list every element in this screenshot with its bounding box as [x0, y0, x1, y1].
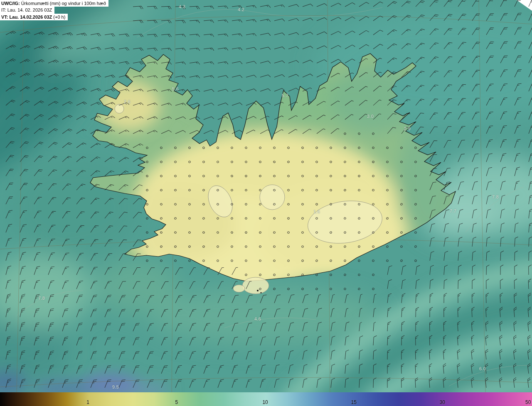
map-title-box: UWC/IG: Úrkomumætti (mm) og vindur i 100… [0, 0, 108, 20]
map-title: Úrkomumætti (mm) og vindur i 100m hæð [20, 1, 106, 6]
colorbar-tick: 50 [525, 399, 531, 405]
colorbar-tick: 10 [262, 399, 268, 405]
colorbar: 1510153050 [0, 392, 532, 406]
weather-map-canvas [0, 0, 532, 392]
colorbar-tick: 30 [440, 399, 445, 405]
colorbar-tick: 1 [86, 399, 89, 405]
valid-time: VT: Lau. 14.02.2026 03Z [1, 15, 52, 20]
weather-map-stage: 4.34.25.62.65.73.02.97.87.71.67.84.66.09… [0, 0, 532, 406]
model-label: UWC/IG: [1, 1, 20, 6]
valid-time-offset: (+0 h) [52, 15, 65, 20]
title-line: UWC/IG: Úrkomumætti (mm) og vindur i 100… [0, 0, 108, 7]
colorbar-ticks: 1510153050 [0, 392, 532, 406]
init-time: IT: Lau. 14. 02. 2026 03Z [0, 7, 54, 13]
colorbar-tick: 5 [175, 399, 178, 405]
valid-time-line: VT: Lau. 14.02.2026 03Z (+0 h) [0, 14, 68, 20]
colorbar-tick: 15 [351, 399, 357, 405]
